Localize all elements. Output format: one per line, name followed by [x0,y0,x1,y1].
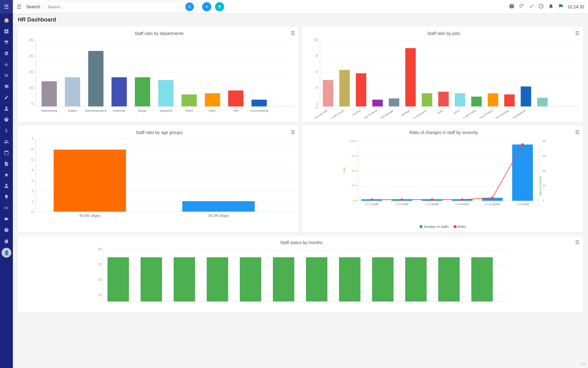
seniority-legend: Number of staffs Ratio [306,225,579,228]
svg-rect-151 [306,257,327,301]
svg-text:Internal: Internal [113,109,125,112]
status-months-menu-icon[interactable]: ☰ [575,240,579,245]
sidebar-logo-area: ☰ [0,0,13,13]
svg-text:Business Analyst: Business Analyst [475,109,493,118]
content-area: HR Dashboard Staff ratio by departments … [13,13,588,368]
age-ratio-title: Staff ratio by age groups [28,130,291,135]
sidebar-item-profile[interactable] [0,103,13,114]
menu-hamburger-icon[interactable]: ☰ [4,3,9,10]
search-input[interactable] [47,5,185,9]
jobs-ratio-header: Staff ratio by jobs ☰ [306,30,579,36]
svg-rect-56 [438,92,449,106]
sidebar-item-reports[interactable] [0,158,13,169]
svg-rect-30 [205,93,220,106]
svg-text:30-39 (Age): 30-39 (Age) [208,214,229,217]
search-button[interactable] [185,2,194,11]
svg-rect-24 [135,77,150,106]
svg-text:Developer with PHP: Developer with PHP [307,109,329,118]
svg-rect-32 [228,90,243,106]
user-avatar[interactable]: 👤 [2,248,11,258]
add-button[interactable] [202,2,211,11]
svg-text:Number of staffs: Number of staffs [539,176,542,196]
svg-text:6: 6 [31,148,33,151]
svg-rect-122 [512,144,533,201]
svg-rect-28 [182,94,197,106]
svg-text:10: 10 [98,293,102,297]
sidebar-item-help[interactable] [0,114,13,125]
svg-rect-153 [372,257,394,301]
jobs-ratio-card: Staff ratio by jobs ☰ 10 8 6 [302,27,583,122]
dept-ratio-menu-icon[interactable]: ☰ [291,30,295,36]
svg-text:6: 6 [316,70,318,74]
svg-text:7: 7 [31,138,33,141]
sidebar-item-legal[interactable] [0,81,13,92]
sidebar-item-edit[interactable] [0,92,13,103]
status-months-title: Staff status by months [28,240,575,245]
svg-text:> 12 month: > 12 month [516,203,529,206]
svg-text:30: 30 [98,263,102,266]
svg-rect-61 [521,86,531,106]
svg-text:Project Manager: Project Manager [377,109,394,118]
legend-ratio-dot [454,225,457,228]
svg-text:UI/UX: UI/UX [453,109,461,115]
sidebar-item-lock[interactable] [0,236,13,247]
legend-staffs-dot [420,225,423,228]
check-icon[interactable] [529,3,534,10]
sidebar-item-lightbulb[interactable] [0,191,13,202]
dashboard-grid: Staff ratio by departments ☰ 25 20 [18,27,583,313]
clock-display: 12:14:32 [568,4,585,9]
sidebar-item-analytics[interactable] [0,59,13,70]
sidebar-item-settings[interactable] [0,48,13,59]
legend-staffs: Number of staffs [420,225,449,228]
sidebar-item-calendar[interactable] [0,147,13,158]
flag-icon[interactable] [558,3,564,10]
svg-point-128 [521,143,524,146]
sidebar-item-user2[interactable] [0,180,13,191]
notification-icon[interactable] [548,3,554,10]
clock-icon[interactable] [538,3,544,10]
history-icon[interactable] [519,3,524,10]
svg-text:Manager: Manager [401,109,411,117]
svg-rect-22 [111,77,127,106]
jobs-ratio-menu-icon[interactable]: ☰ [575,30,579,36]
svg-point-125 [431,198,433,201]
sidebar-item-link[interactable] [0,202,13,213]
svg-text:<= 9 month: <= 9 month [455,203,469,206]
age-ratio-menu-icon[interactable]: ☰ [291,129,295,135]
svg-text:100 %: 100 % [350,140,358,143]
seniority-ratio-menu-icon[interactable]: ☰ [575,129,579,135]
svg-point-127 [491,197,494,199]
svg-point-126 [461,198,463,201]
svg-rect-34 [251,100,267,106]
sidebar-item-video[interactable] [0,213,13,224]
svg-text:Accounting: Accounting [250,109,268,112]
sidebar-item-menu[interactable] [0,70,13,81]
seniority-ratio-header: Ratio of changes in staff by seniority ☰ [306,129,579,135]
svg-point-124 [401,198,403,201]
seniority-chart: 100 % 75 % 50 % 25 % 0 % Ratio 40 30 20 … [306,138,579,224]
sidebar-item-cart[interactable] [0,37,13,48]
sidebar-item-stars[interactable] [0,169,13,180]
main-wrapper: ☰ Search : [13,0,588,368]
svg-rect-51 [356,73,366,106]
svg-rect-57 [455,93,465,106]
sidebar-item-team[interactable] [0,136,13,147]
svg-text:<= 1 month: <= 1 month [365,203,379,206]
download-button[interactable] [215,2,224,11]
sidebar-item-home[interactable]: 🏠 [0,15,13,26]
topbar: ☰ Search : [13,0,588,13]
age-ratio-header: Staff ratio by age groups ☰ [21,129,295,135]
sidebar-item-finance[interactable] [0,125,13,136]
help-icon[interactable] [509,3,514,10]
svg-text:4: 4 [316,86,318,90]
topbar-menu-icon[interactable]: ☰ [17,3,21,10]
jobs-ratio-chart: 10 8 6 4 2 0 [306,39,579,118]
sidebar-item-help2[interactable] [0,224,13,236]
sidebar-item-dashboard[interactable] [0,26,13,37]
svg-rect-50 [339,70,350,106]
svg-rect-149 [240,257,261,301]
svg-text:Quality Assurance: Quality Assurance [408,109,428,118]
svg-rect-1 [7,29,9,31]
svg-text:5: 5 [31,102,33,105]
dept-ratio-chart: 25 20 15 10 5 Marketing [21,39,295,118]
